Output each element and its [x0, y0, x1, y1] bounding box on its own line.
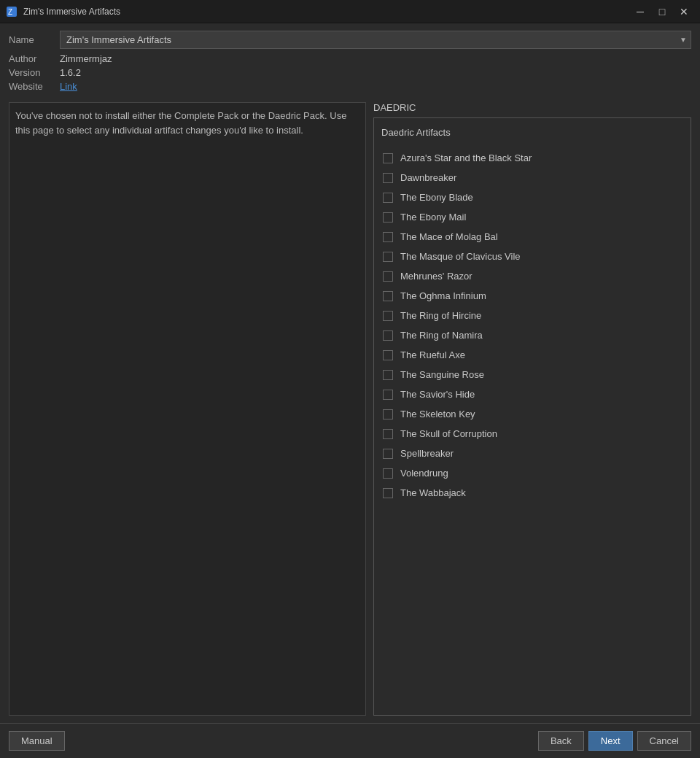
artifact-list: Azura's Star and the Black StarDawnbreak…: [380, 148, 685, 503]
bottom-left-buttons: Manual: [9, 731, 65, 751]
list-item[interactable]: The Skull of Corruption: [380, 424, 685, 444]
name-row: Name Zim's Immersive Artifacts ▼: [9, 31, 691, 49]
artifact-label: The Oghma Infinium: [400, 290, 486, 301]
artifact-checkbox[interactable]: [383, 153, 393, 163]
artifact-label: Dawnbreaker: [400, 172, 456, 183]
artifact-checkbox[interactable]: [383, 173, 393, 183]
minimize-icon: ─: [637, 6, 644, 18]
list-item[interactable]: The Ring of Hircine: [380, 306, 685, 325]
website-link[interactable]: Link: [60, 81, 77, 92]
list-item[interactable]: Dawnbreaker: [380, 168, 685, 187]
artifact-label: The Masque of Clavicus Vile: [400, 251, 521, 262]
bottom-right-buttons: Back Next Cancel: [538, 731, 691, 751]
version-value: 1.6.2: [60, 67, 81, 78]
version-label: Version: [9, 67, 60, 78]
mod-name-dropdown[interactable]: Zim's Immersive Artifacts: [60, 31, 691, 49]
right-panel: DAEDRIC Daedric Artifacts Azura's Star a…: [373, 102, 691, 716]
list-item[interactable]: The Rueful Axe: [380, 345, 685, 365]
cancel-button[interactable]: Cancel: [637, 731, 691, 751]
list-item[interactable]: The Ebony Mail: [380, 207, 685, 227]
artifacts-container[interactable]: Daedric Artifacts Azura's Star and the B…: [373, 117, 691, 716]
list-item[interactable]: Azura's Star and the Black Star: [380, 148, 685, 168]
website-label: Website: [9, 81, 60, 92]
artifact-checkbox[interactable]: [383, 232, 393, 242]
list-item[interactable]: Spellbreaker: [380, 444, 685, 463]
group-title: Daedric Artifacts: [380, 124, 685, 141]
artifact-label: The Ring of Hircine: [400, 310, 481, 321]
description-text: You've chosen not to install either the …: [15, 110, 346, 136]
list-item[interactable]: Volendrung: [380, 463, 685, 483]
artifact-label: Spellbreaker: [400, 448, 454, 459]
artifact-checkbox[interactable]: [383, 271, 393, 282]
artifact-label: The Savior's Hide: [400, 389, 475, 400]
list-item[interactable]: The Ring of Namira: [380, 325, 685, 345]
artifact-label: Azura's Star and the Black Star: [400, 152, 532, 163]
artifact-label: Volendrung: [400, 468, 448, 479]
artifact-checkbox[interactable]: [383, 350, 393, 360]
list-item[interactable]: The Masque of Clavicus Vile: [380, 247, 685, 266]
list-item[interactable]: The Sanguine Rose: [380, 365, 685, 384]
artifact-label: The Skull of Corruption: [400, 428, 497, 439]
artifact-checkbox[interactable]: [383, 311, 393, 321]
close-button[interactable]: ✕: [674, 1, 694, 22]
next-button[interactable]: Next: [588, 731, 633, 751]
artifact-checkbox[interactable]: [383, 252, 393, 262]
author-row: Author Zimmermjaz: [9, 53, 691, 64]
artifact-label: The Ebony Blade: [400, 192, 473, 203]
artifact-label: The Ring of Namira: [400, 330, 483, 341]
svg-text:Z: Z: [8, 8, 12, 16]
mod-name-dropdown-wrapper: Zim's Immersive Artifacts ▼: [60, 31, 691, 49]
manual-button[interactable]: Manual: [9, 731, 65, 751]
artifact-checkbox[interactable]: [383, 390, 393, 400]
list-item[interactable]: The Wabbajack: [380, 483, 685, 503]
title-bar: Z Zim's Immersive Artifacts ─ □ ✕: [0, 0, 700, 23]
artifact-checkbox[interactable]: [383, 370, 393, 380]
artifact-label: The Wabbajack: [400, 487, 466, 498]
bottom-bar: Manual Back Next Cancel: [0, 723, 700, 758]
maximize-icon: □: [659, 6, 665, 18]
artifact-checkbox[interactable]: [383, 212, 393, 223]
artifact-checkbox[interactable]: [383, 409, 393, 419]
artifact-checkbox[interactable]: [383, 429, 393, 439]
back-button[interactable]: Back: [538, 731, 584, 751]
list-item[interactable]: The Savior's Hide: [380, 384, 685, 404]
version-row: Version 1.6.2: [9, 67, 691, 78]
minimize-button[interactable]: ─: [630, 1, 650, 22]
artifact-checkbox[interactable]: [383, 488, 393, 498]
main-content: Name Zim's Immersive Artifacts ▼ Author …: [0, 23, 700, 723]
app-icon: Z: [6, 6, 18, 18]
description-panel: You've chosen not to install either the …: [9, 102, 366, 716]
list-item[interactable]: The Ebony Blade: [380, 187, 685, 207]
artifact-label: The Sanguine Rose: [400, 369, 484, 380]
maximize-button[interactable]: □: [652, 1, 672, 22]
list-item[interactable]: The Mace of Molag Bal: [380, 227, 685, 247]
website-row: Website Link: [9, 81, 691, 92]
panels-row: You've chosen not to install either the …: [9, 102, 691, 716]
artifact-checkbox[interactable]: [383, 449, 393, 459]
artifact-label: The Rueful Axe: [400, 349, 465, 360]
list-item[interactable]: Mehrunes' Razor: [380, 266, 685, 286]
artifact-checkbox[interactable]: [383, 330, 393, 341]
window-controls: ─ □ ✕: [630, 1, 694, 22]
window-title: Zim's Immersive Artifacts: [23, 7, 630, 17]
close-icon: ✕: [680, 6, 688, 18]
list-item[interactable]: The Oghma Infinium: [380, 286, 685, 306]
author-label: Author: [9, 53, 60, 64]
list-item[interactable]: The Skeleton Key: [380, 404, 685, 424]
artifact-checkbox[interactable]: [383, 193, 393, 203]
artifact-checkbox[interactable]: [383, 468, 393, 479]
author-value: Zimmermjaz: [60, 53, 112, 64]
artifact-label: The Ebony Mail: [400, 212, 466, 223]
name-label: Name: [9, 34, 60, 45]
artifact-label: The Mace of Molag Bal: [400, 231, 498, 242]
artifact-label: Mehrunes' Razor: [400, 271, 472, 282]
artifact-label: The Skeleton Key: [400, 409, 475, 419]
section-title: DAEDRIC: [373, 102, 691, 113]
artifact-checkbox[interactable]: [383, 291, 393, 301]
